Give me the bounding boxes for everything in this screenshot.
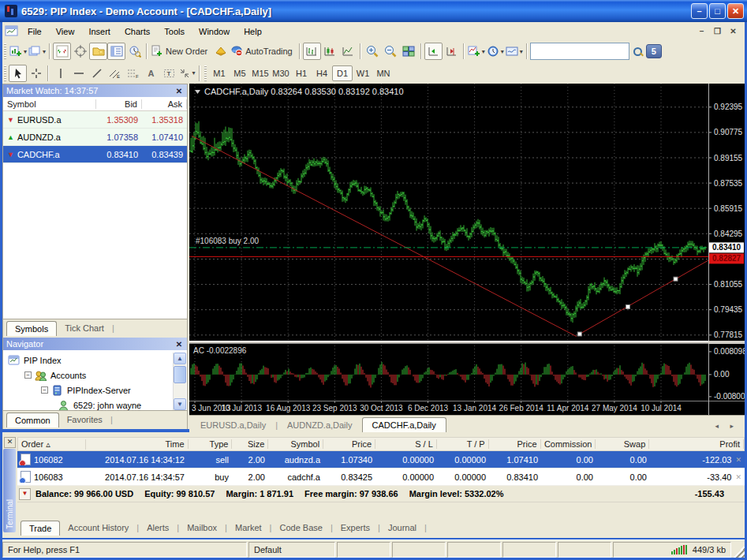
terminal-column-symbol[interactable]: Symbol (268, 439, 323, 449)
terminal-column-time[interactable]: Time (86, 439, 189, 449)
profiles-button[interactable]: ▾ (28, 43, 47, 60)
close-button[interactable]: ✕ (727, 3, 744, 19)
market-watch-caption[interactable]: Market Watch: 14:37:57 ✕ (3, 84, 187, 97)
navigator-item-pip-index[interactable]: PIP Index (8, 353, 187, 368)
mdi-minimize-icon[interactable]: – (695, 25, 708, 37)
terminal-column-type[interactable]: Type (189, 439, 233, 449)
text-label-tool-button[interactable]: T (160, 65, 178, 82)
menu-item-tools[interactable]: Tools (157, 24, 192, 39)
trend-line-handle[interactable] (577, 332, 581, 336)
navigator-item-pipindex-server[interactable]: −PIPIndex-Server (8, 383, 187, 398)
search-input[interactable] (530, 43, 629, 60)
arrows-tool-button[interactable]: ▾ (178, 65, 196, 82)
resize-grip[interactable] (733, 546, 745, 558)
cursor-tool-button[interactable] (9, 65, 27, 82)
market-watch-row[interactable]: ▼EURUSD.a1.353091.35318 (3, 111, 187, 129)
trendline-tool-button[interactable] (88, 65, 106, 82)
terminal-tab-market[interactable]: Market (227, 521, 270, 535)
menu-item-insert[interactable]: Insert (81, 24, 118, 39)
terminal-column-commission[interactable]: Commission (541, 439, 596, 449)
tree-expander-icon[interactable]: − (41, 386, 48, 394)
market-watch-tab-symbols[interactable]: Symbols (6, 321, 57, 336)
menu-item-window[interactable]: Window (192, 24, 237, 39)
chart-shift-button[interactable] (443, 43, 461, 60)
vertical-line-tool-button[interactable] (51, 65, 69, 82)
horizontal-line-tool-button[interactable] (69, 65, 88, 82)
timeframe-button-h1[interactable]: H1 (291, 65, 312, 81)
market-watch-row[interactable]: ▲AUDNZD.a1.073581.07410 (3, 129, 187, 146)
navigator-scrollbar[interactable]: ▲ ▼ (173, 353, 186, 410)
market-watch-tab-tick-chart[interactable]: Tick Chart (57, 321, 112, 335)
terminal-column-swap[interactable]: Swap (596, 439, 649, 449)
terminal-column-t-p[interactable]: T / P (437, 439, 489, 449)
menu-item-help[interactable]: Help (237, 24, 269, 39)
timeframe-button-m30[interactable]: M30 (271, 65, 291, 81)
metaeditor-button[interactable] (211, 43, 230, 60)
navigator-caption[interactable]: Navigator ✕ (3, 338, 187, 350)
terminal-tab-alerts[interactable]: Alerts (139, 521, 177, 535)
maximize-button[interactable]: □ (709, 3, 726, 19)
terminal-column-price[interactable]: Price (323, 439, 375, 449)
terminal-column-size[interactable]: Size (232, 439, 268, 449)
chart-tab-audnzd-a-daily[interactable]: AUDNZD.a,Daily (278, 418, 362, 432)
terminal-tab-code-base[interactable]: Code Base (271, 521, 330, 535)
terminal-column-order[interactable]: Order ▵ (18, 439, 86, 450)
timeframe-button-m1[interactable]: M1 (209, 65, 230, 81)
periods-button[interactable]: ▾ (486, 43, 505, 60)
tile-windows-button[interactable] (400, 43, 418, 60)
auto-scroll-button[interactable] (424, 43, 443, 60)
terminal-tab-trade[interactable]: Trade (21, 521, 60, 536)
candlestick-button[interactable] (321, 43, 339, 60)
indicators-button[interactable]: ▾ (467, 43, 486, 60)
line-chart-button[interactable] (339, 43, 357, 60)
terminal-side-strip[interactable]: Terminal (3, 449, 16, 532)
status-connection[interactable]: 449/3 kb (613, 542, 731, 558)
community-badge[interactable]: 5 (646, 44, 662, 58)
crosshair-tool-button[interactable] (27, 65, 45, 82)
terminal-toggle-button[interactable] (107, 43, 125, 60)
order-row-106083[interactable]: 1060832014.07.16 14:34:57buy2.00cadchf.a… (17, 469, 745, 486)
timeframe-button-d1[interactable]: D1 (332, 65, 353, 81)
timeframe-button-h4[interactable]: H4 (312, 65, 332, 81)
timeframe-button-mn[interactable]: MN (373, 65, 394, 81)
terminal-column-s-l[interactable]: S / L (375, 439, 437, 449)
chart-tab-eurusd-a-daily[interactable]: EURUSD.a,Daily (191, 418, 275, 432)
new-order-button[interactable]: New Order (150, 43, 211, 60)
menu-item-view[interactable]: View (49, 24, 82, 39)
tree-expander-icon[interactable]: − (24, 371, 32, 379)
chart-tab-cadchf-a-daily[interactable]: CADCHF.a,Daily (362, 417, 446, 432)
close-order-button[interactable]: ✕ (735, 456, 741, 464)
market-watch-close-icon[interactable]: ✕ (174, 87, 184, 95)
terminal-tab-mailbox[interactable]: Mailbox (179, 521, 225, 535)
autotrading-button[interactable]: AutoTrading (230, 43, 297, 60)
trend-line-handle[interactable] (674, 277, 678, 281)
menu-item-charts[interactable]: Charts (118, 24, 157, 39)
chart-canvas[interactable]: #106083 buy 2.00CADCHF.a,Daily 0.83264 0… (189, 84, 745, 415)
terminal-tab-journal[interactable]: Journal (380, 521, 424, 535)
channel-tool-button[interactable]: E (106, 65, 124, 82)
status-profile[interactable]: Default (248, 542, 335, 558)
text-tool-button[interactable]: A (142, 65, 160, 82)
navigator-close-icon[interactable]: ✕ (174, 340, 184, 349)
chart-tab-scroll-arrows[interactable]: ◂ ▸ (715, 422, 745, 432)
timeframe-button-w1[interactable]: W1 (353, 65, 373, 81)
data-window-button[interactable] (71, 43, 89, 60)
market-watch-toggle-button[interactable] (53, 43, 71, 60)
navigator-tab-common[interactable]: Common (6, 413, 59, 427)
scrollbar-thumb[interactable] (174, 366, 186, 383)
menu-item-file[interactable]: File (21, 24, 49, 39)
timeframe-button-m15[interactable]: M15 (250, 65, 271, 81)
strategy-tester-button[interactable] (125, 43, 144, 60)
market-watch-row[interactable]: ▼CADCHF.a0.834100.83439 (3, 146, 187, 163)
chart-window-icon[interactable] (5, 25, 19, 37)
timeframe-button-m5[interactable]: M5 (230, 65, 250, 81)
templates-button[interactable]: ▾ (505, 43, 524, 60)
mdi-close-icon[interactable]: ✕ (726, 25, 740, 37)
close-order-button[interactable]: ✕ (735, 473, 741, 481)
terminal-tab-account-history[interactable]: Account History (60, 521, 136, 535)
new-chart-button[interactable]: ▾ (9, 43, 28, 60)
terminal-column-price[interactable]: Price (489, 439, 541, 449)
minimize-button[interactable]: – (691, 3, 708, 19)
trend-line-handle[interactable] (626, 305, 630, 309)
scroll-down-button[interactable]: ▼ (174, 398, 186, 410)
